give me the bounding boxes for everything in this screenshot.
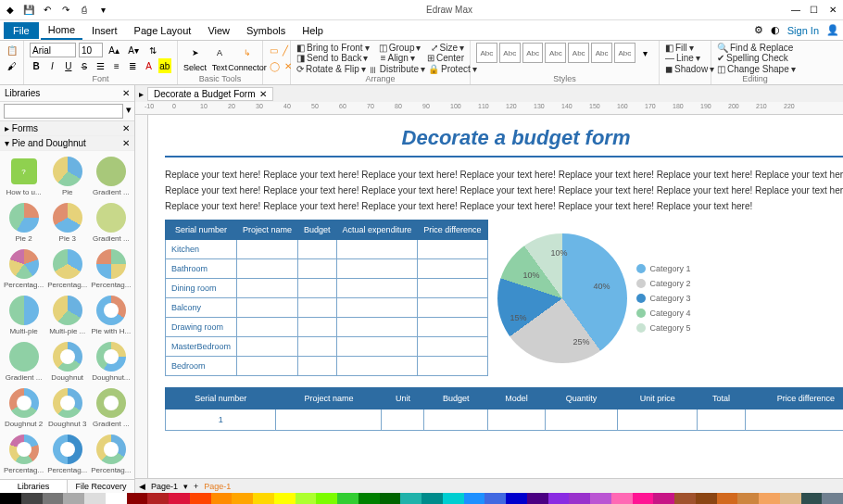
- align-button[interactable]: ≡ Align ▾: [381, 53, 415, 63]
- page-dropdown-icon[interactable]: ▾: [183, 482, 188, 491]
- shape-howto[interactable]: ?How to u...: [4, 155, 44, 197]
- qa-print-icon[interactable]: ⎙: [78, 4, 91, 17]
- text-tool[interactable]: AText: [209, 43, 230, 72]
- shape-pct3[interactable]: Percentag...: [91, 247, 131, 290]
- shape-donut4[interactable]: Doughnut 3: [47, 386, 87, 429]
- style-preset-6[interactable]: Abc: [591, 43, 612, 63]
- protect-button[interactable]: 🔒 Protect ▾: [428, 64, 477, 74]
- decrease-font-icon[interactable]: A▾: [125, 43, 142, 57]
- color-swatch[interactable]: [527, 493, 548, 504]
- style-preset-4[interactable]: Abc: [545, 43, 566, 63]
- color-swatch[interactable]: [359, 493, 380, 504]
- shape-pct1[interactable]: Percentag...: [4, 247, 44, 290]
- color-swatch[interactable]: [696, 493, 717, 504]
- color-swatch[interactable]: [400, 493, 422, 504]
- group-button[interactable]: ◫ Group ▾: [379, 43, 422, 53]
- size-button[interactable]: ⤢ Size ▾: [431, 43, 464, 53]
- tab-page-layout[interactable]: Page Layout: [127, 22, 199, 39]
- color-swatch[interactable]: [337, 493, 359, 504]
- library-dropdown-icon[interactable]: ▾: [126, 104, 132, 119]
- color-swatch[interactable]: [611, 493, 633, 504]
- color-swatch[interactable]: [464, 493, 485, 504]
- color-swatch[interactable]: [443, 493, 464, 504]
- format-painter-icon[interactable]: 🖌: [6, 58, 18, 73]
- shape-gradient3[interactable]: Gradient ...: [4, 340, 44, 383]
- change-shape-button[interactable]: ◫ Change Shape ▾: [717, 64, 793, 74]
- send-back-button[interactable]: ◨ Send to Back ▾: [296, 53, 368, 63]
- color-swatch[interactable]: [380, 493, 401, 504]
- library-search-input[interactable]: [4, 104, 123, 119]
- options-icon[interactable]: ⚙: [754, 24, 763, 36]
- color-swatch[interactable]: [147, 493, 169, 504]
- section-close-icon[interactable]: ✕: [122, 123, 130, 133]
- maximize-button[interactable]: ☐: [808, 4, 821, 17]
- color-swatch[interactable]: [316, 493, 337, 504]
- shape-multipie[interactable]: Multi-pie: [4, 294, 44, 336]
- color-swatch[interactable]: [253, 493, 274, 504]
- document-tab[interactable]: Decorate a Budget Form ✕: [147, 87, 273, 101]
- font-size-select[interactable]: [79, 43, 103, 57]
- shape-multipie2[interactable]: Multi-pie ...: [47, 294, 87, 336]
- color-swatch[interactable]: [633, 493, 654, 504]
- color-swatch[interactable]: [169, 493, 190, 504]
- connector-tool[interactable]: ↳Connector: [233, 43, 262, 72]
- shape-pie[interactable]: Pie: [47, 155, 87, 197]
- color-swatch[interactable]: [232, 493, 253, 504]
- color-swatch[interactable]: [506, 493, 527, 504]
- panel-close-icon[interactable]: ✕: [122, 88, 130, 98]
- sign-in-link[interactable]: Sign In: [787, 25, 819, 36]
- distribute-button[interactable]: ⫼ Distribute ▾: [369, 64, 425, 74]
- align-opts-icon[interactable]: ≣: [126, 58, 139, 73]
- shape-piehole[interactable]: Pie with H...: [91, 294, 131, 336]
- highlight-icon[interactable]: ab: [158, 58, 171, 73]
- color-swatch[interactable]: [759, 493, 780, 504]
- rotate-button[interactable]: ⟳ Rotate & Flip ▾: [296, 64, 366, 74]
- sidetab-libraries[interactable]: Libraries: [0, 480, 68, 493]
- shape-donut3[interactable]: Doughnut 2: [4, 386, 44, 429]
- color-swatch[interactable]: [801, 493, 823, 504]
- shape-donut[interactable]: Doughnut: [47, 340, 87, 383]
- shape-pct2[interactable]: Percentag...: [47, 247, 87, 290]
- color-swatch[interactable]: [590, 493, 611, 504]
- color-swatch[interactable]: [106, 493, 127, 504]
- shape-gradient2[interactable]: Gradient ...: [91, 201, 131, 244]
- shape-oval-icon[interactable]: ◯: [269, 58, 281, 73]
- color-swatch[interactable]: [211, 493, 233, 504]
- font-color-icon[interactable]: A: [142, 58, 155, 73]
- bold-icon[interactable]: B: [30, 58, 43, 73]
- file-menu[interactable]: File: [4, 22, 39, 39]
- color-swatch[interactable]: [548, 493, 570, 504]
- color-swatch[interactable]: [63, 493, 84, 504]
- color-swatch[interactable]: [21, 493, 43, 504]
- page-canvas[interactable]: Decorate a budget form Replace your text…: [148, 115, 843, 478]
- shadow-button[interactable]: ◼ Shadow ▾: [665, 64, 705, 74]
- color-swatch[interactable]: [822, 493, 843, 504]
- select-tool[interactable]: ➤Select: [183, 43, 207, 72]
- sidetab-recovery[interactable]: File Recovery: [68, 480, 134, 493]
- qa-save-icon[interactable]: 💾: [22, 4, 35, 17]
- color-swatch[interactable]: [296, 493, 317, 504]
- font-select[interactable]: [30, 43, 76, 57]
- color-palette-bar[interactable]: [0, 493, 843, 504]
- color-swatch[interactable]: [780, 493, 801, 504]
- style-preset-7[interactable]: Abc: [614, 43, 635, 63]
- tab-help[interactable]: Help: [295, 22, 331, 39]
- tab-symbols[interactable]: Symbols: [239, 22, 293, 39]
- shape-line-icon[interactable]: ╱: [282, 43, 289, 57]
- add-page-icon[interactable]: +: [194, 482, 198, 491]
- page-tab[interactable]: Page-1: [151, 482, 178, 491]
- shape-pie3[interactable]: Pie 3: [47, 201, 87, 244]
- minimize-button[interactable]: —: [789, 4, 802, 17]
- tab-view[interactable]: View: [200, 22, 237, 39]
- color-swatch[interactable]: [274, 493, 296, 504]
- color-swatch[interactable]: [422, 493, 443, 504]
- increase-font-icon[interactable]: A▴: [106, 43, 122, 57]
- qa-redo-icon[interactable]: ↷: [59, 4, 72, 17]
- style-preset-3[interactable]: Abc: [522, 43, 544, 63]
- shape-gradient[interactable]: Gradient ...: [91, 155, 131, 197]
- tab-home[interactable]: Home: [41, 21, 82, 40]
- color-swatch[interactable]: [653, 493, 674, 504]
- style-preset-5[interactable]: Abc: [568, 43, 589, 63]
- shape-rect-icon[interactable]: ▭: [269, 43, 279, 57]
- section-pie[interactable]: Pie and Doughnut: [12, 138, 86, 148]
